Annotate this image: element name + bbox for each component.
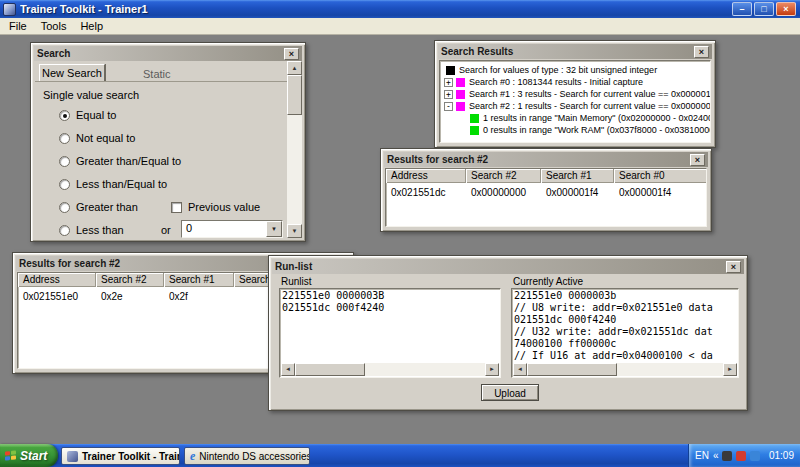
vertical-scrollbar[interactable]: ▲ ▼ — [287, 61, 302, 238]
radio-label: Less than — [76, 224, 124, 236]
table-row[interactable]: 0x021551e0 0x2e 0x2f — [18, 290, 239, 302]
radio-icon[interactable] — [59, 179, 70, 190]
combobox-value: 0 — [182, 221, 266, 237]
chevron-left-icon[interactable]: « — [713, 450, 719, 461]
column-header-search1[interactable]: Search #1 — [541, 169, 614, 183]
tree-item-search-1[interactable]: + Search #1 : 3 results - Search for cur… — [440, 88, 710, 100]
previous-value-checkbox[interactable]: Previous value — [171, 201, 260, 213]
range-color-icon — [470, 126, 479, 135]
start-button[interactable]: Start — [0, 444, 58, 467]
language-indicator[interactable]: EN — [695, 450, 709, 461]
radio-greater-equal[interactable]: Greater than/Equal to — [59, 155, 181, 167]
radio-less-equal[interactable]: Less than/Equal to — [59, 178, 167, 190]
radio-equal-to[interactable]: Equal to — [59, 109, 116, 121]
search-window-title: Search — [37, 48, 284, 59]
scrollbar-thumb[interactable] — [287, 75, 302, 115]
close-icon[interactable]: × — [284, 48, 299, 60]
minimize-button[interactable]: – — [732, 2, 752, 16]
title-bar[interactable]: Trainer Toolkit - Trainer1 – □ × — [0, 0, 800, 18]
scroll-right-icon[interactable]: ► — [485, 363, 499, 376]
close-icon[interactable]: × — [690, 154, 705, 166]
close-icon[interactable]: × — [726, 261, 741, 273]
collapse-icon[interactable]: - — [444, 102, 453, 111]
radio-icon[interactable] — [59, 156, 70, 167]
table-row[interactable]: 0x021551dc 0x00000000 0x000001f4 0x00000… — [386, 186, 671, 198]
runlist-titlebar[interactable]: Run-list × — [272, 259, 744, 274]
tree-item-search-0[interactable]: + Search #0 : 1081344 results - Initial … — [440, 76, 710, 88]
close-icon[interactable]: × — [694, 46, 709, 58]
radio-not-equal-to[interactable]: Not equal to — [59, 132, 135, 144]
system-tray: EN « 01:09 — [688, 444, 800, 467]
scroll-left-icon[interactable]: ◄ — [513, 363, 527, 376]
tab-new-search[interactable]: New Search — [39, 64, 105, 82]
expand-icon[interactable]: + — [444, 90, 453, 99]
horizontal-scrollbar[interactable]: ◄ ► — [513, 363, 737, 376]
menu-help[interactable]: Help — [73, 19, 110, 33]
close-button[interactable]: × — [776, 2, 796, 16]
tree-item-type[interactable]: Search for values of type : 32 bit unsig… — [440, 64, 710, 76]
task-label: Trainer Toolkit - Train... — [82, 451, 180, 462]
tree-item-range-main-memory[interactable]: 1 results in range "Main Memory" (0x0200… — [440, 112, 710, 124]
menu-tools[interactable]: Tools — [34, 19, 74, 33]
tab-static[interactable]: Static — [143, 68, 171, 80]
radio-label: Greater than/Equal to — [76, 155, 181, 167]
maximize-button[interactable]: □ — [754, 2, 774, 16]
results-window-right: Results for search #2 × Address Search #… — [380, 148, 712, 232]
column-header-search2[interactable]: Search #2 — [466, 169, 541, 183]
runlist-window: Run-list × Runlist 221551e0 0000003B 021… — [268, 255, 748, 411]
windows-logo-icon — [5, 450, 16, 460]
tray-icon[interactable] — [736, 451, 746, 461]
scrollbar-track[interactable] — [365, 363, 485, 376]
column-header-address[interactable]: Address — [386, 169, 466, 183]
scroll-down-icon[interactable]: ▼ — [287, 224, 302, 238]
cell-search2: 0x00000000 — [466, 186, 541, 198]
scroll-left-icon[interactable]: ◄ — [281, 363, 295, 376]
taskbar-button-nintendo-ds[interactable]: e Nintendo DS accessories ... — [184, 447, 310, 465]
column-header-address[interactable]: Address — [18, 273, 96, 287]
cell-search0 — [234, 290, 239, 302]
radio-icon[interactable] — [59, 225, 70, 236]
horizontal-scrollbar[interactable]: ◄ ► — [281, 363, 499, 376]
tray-icon[interactable] — [722, 451, 732, 461]
search-results-titlebar[interactable]: Search Results × — [438, 44, 712, 59]
taskbar: Start Trainer Toolkit - Train... e Ninte… — [0, 444, 800, 467]
or-label: or — [161, 224, 171, 236]
task-label: Nintendo DS accessories ... — [199, 451, 310, 462]
currently-active-textarea[interactable]: 221551e0 0000003b // U8 write: addr=0x02… — [511, 288, 739, 378]
app-icon — [3, 3, 16, 16]
scrollbar-thumb[interactable] — [295, 363, 365, 376]
value-combobox[interactable]: 0 ▼ — [181, 220, 283, 238]
column-header-search0[interactable]: Search #0 — [614, 169, 706, 183]
results-list: Address Search #2 Search #1 Search #0 0x… — [385, 168, 707, 227]
chevron-down-icon[interactable]: ▼ — [266, 221, 282, 237]
column-header-search2[interactable]: Search #2 — [96, 273, 164, 287]
radio-less-than[interactable]: Less than — [59, 224, 124, 236]
search-results-tree: Search for values of type : 32 bit unsig… — [439, 60, 711, 143]
radio-icon[interactable] — [59, 202, 70, 213]
cell-search1: 0x000001f4 — [541, 186, 614, 198]
checkbox-icon[interactable] — [171, 202, 182, 213]
radio-icon[interactable] — [59, 133, 70, 144]
radio-greater-than[interactable]: Greater than — [59, 201, 138, 213]
expand-icon[interactable]: + — [444, 78, 453, 87]
cell-search0: 0x000001f4 — [614, 186, 671, 198]
upload-button[interactable]: Upload — [481, 384, 539, 401]
scrollbar-track[interactable] — [617, 363, 723, 376]
currently-active-label: Currently Active — [513, 276, 583, 287]
scroll-up-icon[interactable]: ▲ — [287, 61, 302, 75]
tray-icon[interactable] — [750, 451, 760, 461]
caption-buttons: – □ × — [732, 2, 797, 16]
tree-item-range-work-ram[interactable]: 0 results in range "Work RAM" (0x037f800… — [440, 124, 710, 136]
clock[interactable]: 01:09 — [769, 450, 794, 461]
column-header-search1[interactable]: Search #1 — [164, 273, 234, 287]
scroll-right-icon[interactable]: ► — [723, 363, 737, 376]
runlist-textarea[interactable]: 221551e0 0000003B 021551dc 000f4240 ◄ ► — [279, 288, 501, 378]
search-window-titlebar[interactable]: Search × — [34, 46, 302, 61]
results-right-titlebar[interactable]: Results for search #2 × — [384, 152, 708, 167]
tree-item-search-2[interactable]: - Search #2 : 1 results - Search for cur… — [440, 100, 710, 112]
menu-file[interactable]: File — [2, 19, 34, 33]
results-right-title: Results for search #2 — [387, 154, 690, 165]
taskbar-button-trainer-toolkit[interactable]: Trainer Toolkit - Train... — [61, 447, 180, 465]
radio-icon[interactable] — [59, 110, 70, 121]
scrollbar-thumb[interactable] — [527, 363, 617, 376]
